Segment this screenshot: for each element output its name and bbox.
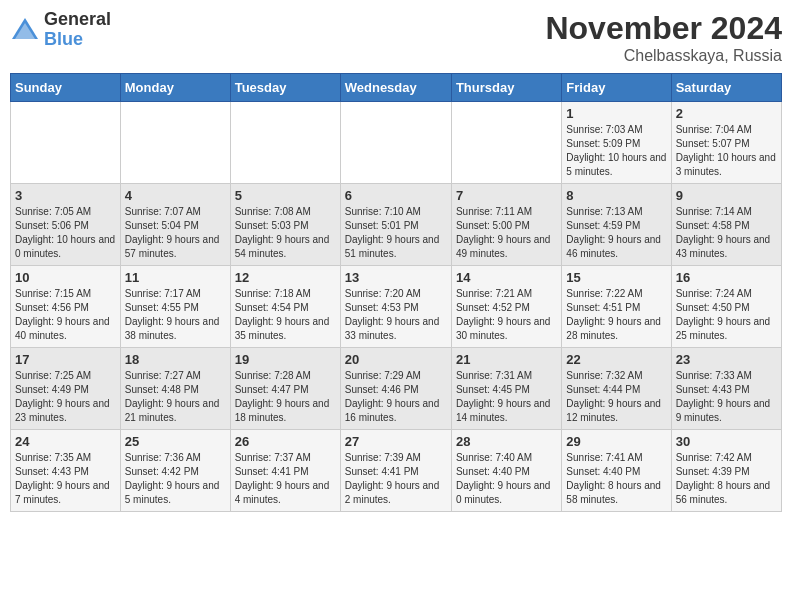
calendar-week-row: 3Sunrise: 7:05 AM Sunset: 5:06 PM Daylig…: [11, 184, 782, 266]
calendar-day-cell: 27Sunrise: 7:39 AM Sunset: 4:41 PM Dayli…: [340, 430, 451, 512]
calendar-day-cell: 21Sunrise: 7:31 AM Sunset: 4:45 PM Dayli…: [451, 348, 561, 430]
day-info: Sunrise: 7:03 AM Sunset: 5:09 PM Dayligh…: [566, 123, 666, 179]
day-info: Sunrise: 7:18 AM Sunset: 4:54 PM Dayligh…: [235, 287, 336, 343]
day-info: Sunrise: 7:36 AM Sunset: 4:42 PM Dayligh…: [125, 451, 226, 507]
day-info: Sunrise: 7:20 AM Sunset: 4:53 PM Dayligh…: [345, 287, 447, 343]
calendar-day-cell: [120, 102, 230, 184]
day-info: Sunrise: 7:15 AM Sunset: 4:56 PM Dayligh…: [15, 287, 116, 343]
day-number: 27: [345, 434, 447, 449]
calendar-day-cell: [230, 102, 340, 184]
day-info: Sunrise: 7:42 AM Sunset: 4:39 PM Dayligh…: [676, 451, 777, 507]
calendar-week-row: 24Sunrise: 7:35 AM Sunset: 4:43 PM Dayli…: [11, 430, 782, 512]
calendar-day-cell: 14Sunrise: 7:21 AM Sunset: 4:52 PM Dayli…: [451, 266, 561, 348]
day-number: 16: [676, 270, 777, 285]
day-number: 1: [566, 106, 666, 121]
calendar-day-cell: 12Sunrise: 7:18 AM Sunset: 4:54 PM Dayli…: [230, 266, 340, 348]
calendar-header-row: SundayMondayTuesdayWednesdayThursdayFrid…: [11, 74, 782, 102]
day-number: 20: [345, 352, 447, 367]
calendar-week-row: 17Sunrise: 7:25 AM Sunset: 4:49 PM Dayli…: [11, 348, 782, 430]
calendar-day-cell: 23Sunrise: 7:33 AM Sunset: 4:43 PM Dayli…: [671, 348, 781, 430]
day-number: 25: [125, 434, 226, 449]
day-number: 17: [15, 352, 116, 367]
day-info: Sunrise: 7:25 AM Sunset: 4:49 PM Dayligh…: [15, 369, 116, 425]
calendar-day-cell: 17Sunrise: 7:25 AM Sunset: 4:49 PM Dayli…: [11, 348, 121, 430]
day-of-week-header: Tuesday: [230, 74, 340, 102]
day-info: Sunrise: 7:31 AM Sunset: 4:45 PM Dayligh…: [456, 369, 557, 425]
day-number: 26: [235, 434, 336, 449]
calendar-body: 1Sunrise: 7:03 AM Sunset: 5:09 PM Daylig…: [11, 102, 782, 512]
day-number: 4: [125, 188, 226, 203]
day-number: 7: [456, 188, 557, 203]
day-info: Sunrise: 7:08 AM Sunset: 5:03 PM Dayligh…: [235, 205, 336, 261]
day-of-week-header: Saturday: [671, 74, 781, 102]
calendar-day-cell: 4Sunrise: 7:07 AM Sunset: 5:04 PM Daylig…: [120, 184, 230, 266]
day-number: 8: [566, 188, 666, 203]
day-number: 30: [676, 434, 777, 449]
logo: General Blue: [10, 10, 111, 50]
day-number: 24: [15, 434, 116, 449]
calendar-day-cell: 25Sunrise: 7:36 AM Sunset: 4:42 PM Dayli…: [120, 430, 230, 512]
day-of-week-header: Thursday: [451, 74, 561, 102]
calendar-day-cell: 1Sunrise: 7:03 AM Sunset: 5:09 PM Daylig…: [562, 102, 671, 184]
logo-general: General: [44, 10, 111, 30]
day-of-week-header: Wednesday: [340, 74, 451, 102]
day-info: Sunrise: 7:21 AM Sunset: 4:52 PM Dayligh…: [456, 287, 557, 343]
day-info: Sunrise: 7:28 AM Sunset: 4:47 PM Dayligh…: [235, 369, 336, 425]
day-of-week-header: Friday: [562, 74, 671, 102]
day-info: Sunrise: 7:39 AM Sunset: 4:41 PM Dayligh…: [345, 451, 447, 507]
day-info: Sunrise: 7:41 AM Sunset: 4:40 PM Dayligh…: [566, 451, 666, 507]
day-number: 12: [235, 270, 336, 285]
day-number: 19: [235, 352, 336, 367]
calendar-day-cell: 5Sunrise: 7:08 AM Sunset: 5:03 PM Daylig…: [230, 184, 340, 266]
calendar-day-cell: 9Sunrise: 7:14 AM Sunset: 4:58 PM Daylig…: [671, 184, 781, 266]
calendar-day-cell: 30Sunrise: 7:42 AM Sunset: 4:39 PM Dayli…: [671, 430, 781, 512]
calendar-table: SundayMondayTuesdayWednesdayThursdayFrid…: [10, 73, 782, 512]
day-info: Sunrise: 7:40 AM Sunset: 4:40 PM Dayligh…: [456, 451, 557, 507]
day-of-week-header: Sunday: [11, 74, 121, 102]
calendar-day-cell: 20Sunrise: 7:29 AM Sunset: 4:46 PM Dayli…: [340, 348, 451, 430]
calendar-day-cell: [451, 102, 561, 184]
day-of-week-header: Monday: [120, 74, 230, 102]
day-info: Sunrise: 7:17 AM Sunset: 4:55 PM Dayligh…: [125, 287, 226, 343]
calendar-week-row: 1Sunrise: 7:03 AM Sunset: 5:09 PM Daylig…: [11, 102, 782, 184]
calendar-day-cell: [11, 102, 121, 184]
day-number: 28: [456, 434, 557, 449]
calendar-day-cell: 19Sunrise: 7:28 AM Sunset: 4:47 PM Dayli…: [230, 348, 340, 430]
day-info: Sunrise: 7:07 AM Sunset: 5:04 PM Dayligh…: [125, 205, 226, 261]
calendar-day-cell: 22Sunrise: 7:32 AM Sunset: 4:44 PM Dayli…: [562, 348, 671, 430]
day-info: Sunrise: 7:29 AM Sunset: 4:46 PM Dayligh…: [345, 369, 447, 425]
calendar-day-cell: 18Sunrise: 7:27 AM Sunset: 4:48 PM Dayli…: [120, 348, 230, 430]
day-number: 22: [566, 352, 666, 367]
calendar-day-cell: 28Sunrise: 7:40 AM Sunset: 4:40 PM Dayli…: [451, 430, 561, 512]
day-info: Sunrise: 7:13 AM Sunset: 4:59 PM Dayligh…: [566, 205, 666, 261]
calendar-day-cell: 2Sunrise: 7:04 AM Sunset: 5:07 PM Daylig…: [671, 102, 781, 184]
day-number: 5: [235, 188, 336, 203]
logo-text: General Blue: [44, 10, 111, 50]
day-number: 6: [345, 188, 447, 203]
calendar-day-cell: 11Sunrise: 7:17 AM Sunset: 4:55 PM Dayli…: [120, 266, 230, 348]
day-info: Sunrise: 7:32 AM Sunset: 4:44 PM Dayligh…: [566, 369, 666, 425]
day-number: 29: [566, 434, 666, 449]
calendar-day-cell: 3Sunrise: 7:05 AM Sunset: 5:06 PM Daylig…: [11, 184, 121, 266]
page-header: General Blue November 2024 Chelbasskaya,…: [10, 10, 782, 65]
day-info: Sunrise: 7:37 AM Sunset: 4:41 PM Dayligh…: [235, 451, 336, 507]
day-number: 15: [566, 270, 666, 285]
day-number: 3: [15, 188, 116, 203]
calendar-day-cell: 8Sunrise: 7:13 AM Sunset: 4:59 PM Daylig…: [562, 184, 671, 266]
calendar-day-cell: 6Sunrise: 7:10 AM Sunset: 5:01 PM Daylig…: [340, 184, 451, 266]
day-info: Sunrise: 7:33 AM Sunset: 4:43 PM Dayligh…: [676, 369, 777, 425]
day-number: 9: [676, 188, 777, 203]
calendar-day-cell: 7Sunrise: 7:11 AM Sunset: 5:00 PM Daylig…: [451, 184, 561, 266]
calendar-day-cell: 16Sunrise: 7:24 AM Sunset: 4:50 PM Dayli…: [671, 266, 781, 348]
day-number: 2: [676, 106, 777, 121]
calendar-week-row: 10Sunrise: 7:15 AM Sunset: 4:56 PM Dayli…: [11, 266, 782, 348]
calendar-day-cell: 24Sunrise: 7:35 AM Sunset: 4:43 PM Dayli…: [11, 430, 121, 512]
logo-icon: [10, 15, 40, 45]
logo-blue: Blue: [44, 30, 111, 50]
day-info: Sunrise: 7:14 AM Sunset: 4:58 PM Dayligh…: [676, 205, 777, 261]
calendar-day-cell: 15Sunrise: 7:22 AM Sunset: 4:51 PM Dayli…: [562, 266, 671, 348]
calendar-day-cell: 10Sunrise: 7:15 AM Sunset: 4:56 PM Dayli…: [11, 266, 121, 348]
day-number: 18: [125, 352, 226, 367]
day-info: Sunrise: 7:05 AM Sunset: 5:06 PM Dayligh…: [15, 205, 116, 261]
title-block: November 2024 Chelbasskaya, Russia: [545, 10, 782, 65]
